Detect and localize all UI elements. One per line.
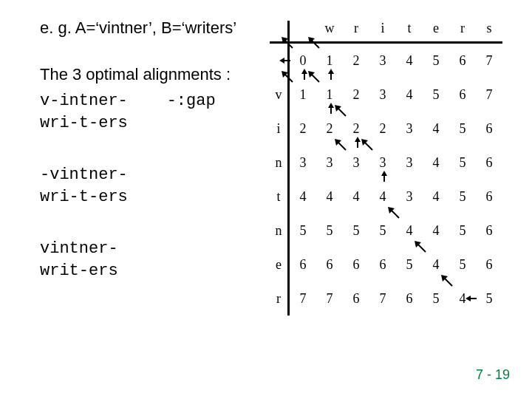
alignment-2a: -vintner-	[40, 164, 262, 186]
dp-cell: 3	[396, 146, 423, 180]
dp-cell: 3	[369, 43, 396, 78]
dp-cell: 6	[343, 248, 369, 282]
dp-cell: 4	[423, 248, 449, 282]
dp-cell: 1	[316, 78, 343, 112]
row-header	[270, 43, 289, 78]
dp-cell: 6	[316, 248, 343, 282]
dp-cell: 5	[449, 112, 476, 146]
dp-cell: 6	[476, 248, 502, 282]
dp-cell: 0	[289, 43, 317, 78]
dp-cell: 6	[396, 282, 423, 316]
dp-cell: 7	[289, 282, 317, 316]
dp-cell: 7	[369, 282, 396, 316]
dp-cell: 4	[316, 180, 343, 214]
col-header: r	[343, 21, 369, 43]
dp-cell: 3	[316, 146, 343, 180]
alignments-block: The 3 optimal alignments : v-intner- -:g…	[40, 64, 262, 134]
dp-cell: 5	[396, 248, 423, 282]
col-header: t	[396, 21, 423, 43]
alignment-1a: v-intner- -:gap	[40, 90, 262, 112]
col-header: e	[423, 21, 449, 43]
dp-cell: 5	[369, 214, 396, 248]
dp-cell: 2	[289, 112, 317, 146]
dp-cell: 5	[476, 282, 502, 316]
dp-cell: 5	[449, 146, 476, 180]
dp-cell: 5	[449, 214, 476, 248]
row-header: i	[270, 112, 289, 146]
page-number: 7 - 19	[476, 367, 510, 383]
dp-cell: 3	[396, 180, 423, 214]
dp-cell: 4	[449, 282, 476, 316]
dp-cell: 4	[343, 180, 369, 214]
alignment-2: -vintner- wri-t-ers	[40, 164, 262, 208]
row-header: r	[270, 282, 289, 316]
dp-cell: 6	[476, 112, 502, 146]
dp-cell: 3	[369, 78, 396, 112]
dp-cell: 5	[449, 180, 476, 214]
dp-cell: 2	[343, 43, 369, 78]
row-header: n	[270, 214, 289, 248]
col-header: w	[316, 21, 343, 43]
col-header	[289, 21, 317, 43]
dp-table-figure: writers01234567v11234567i22223456n333334…	[270, 21, 502, 316]
dp-cell: 6	[476, 180, 502, 214]
col-header: i	[369, 21, 396, 43]
alignment-1b: wri-t-ers	[40, 112, 262, 134]
dp-cell: 4	[396, 214, 423, 248]
dp-cell: 5	[449, 248, 476, 282]
col-header: r	[449, 21, 476, 43]
dp-cell: 6	[369, 248, 396, 282]
dp-cell: 7	[316, 282, 343, 316]
dp-cell: 6	[476, 214, 502, 248]
dp-cell: 5	[423, 282, 449, 316]
alignment-3a: vintner-	[40, 238, 262, 260]
dp-cell: 4	[369, 180, 396, 214]
dp-cell: 5	[423, 78, 449, 112]
dp-cell: 4	[423, 146, 449, 180]
dp-cell: 3	[396, 112, 423, 146]
row-header: v	[270, 78, 289, 112]
dp-cell: 4	[423, 214, 449, 248]
dp-cell: 1	[316, 43, 343, 78]
dp-cell: 5	[343, 214, 369, 248]
dp-cell: 6	[449, 43, 476, 78]
dp-cell: 6	[476, 146, 502, 180]
dp-table: writers01234567v11234567i22223456n333334…	[270, 21, 502, 316]
dp-cell: 7	[476, 78, 502, 112]
dp-cell: 4	[423, 112, 449, 146]
dp-cell: 2	[369, 112, 396, 146]
dp-cell: 5	[423, 43, 449, 78]
dp-cell: 6	[289, 248, 317, 282]
dp-cell: 2	[316, 112, 343, 146]
dp-cell: 1	[289, 78, 317, 112]
dp-cell: 6	[343, 282, 369, 316]
row-header: t	[270, 180, 289, 214]
dp-cell: 2	[343, 112, 369, 146]
alignment-3: vintner- writ-ers	[40, 238, 262, 282]
dp-cell: 4	[289, 180, 317, 214]
col-header: s	[476, 21, 502, 43]
dp-cell: 5	[316, 214, 343, 248]
dp-cell: 4	[423, 180, 449, 214]
alignment-2b: wri-t-ers	[40, 186, 262, 208]
dp-cell: 4	[396, 78, 423, 112]
dp-cell: 3	[369, 146, 396, 180]
alignments-intro: The 3 optimal alignments :	[40, 64, 262, 86]
dp-cell: 4	[396, 43, 423, 78]
dp-cell: 3	[289, 146, 317, 180]
dp-cell: 5	[289, 214, 317, 248]
dp-cell: 2	[343, 78, 369, 112]
dp-cell: 7	[476, 43, 502, 78]
row-header: n	[270, 146, 289, 180]
row-header: e	[270, 248, 289, 282]
dp-cell: 6	[449, 78, 476, 112]
heading: e. g. A=‘vintner’, B=‘writers’	[40, 18, 262, 38]
dp-cell: 3	[343, 146, 369, 180]
alignment-3b: writ-ers	[40, 260, 262, 282]
